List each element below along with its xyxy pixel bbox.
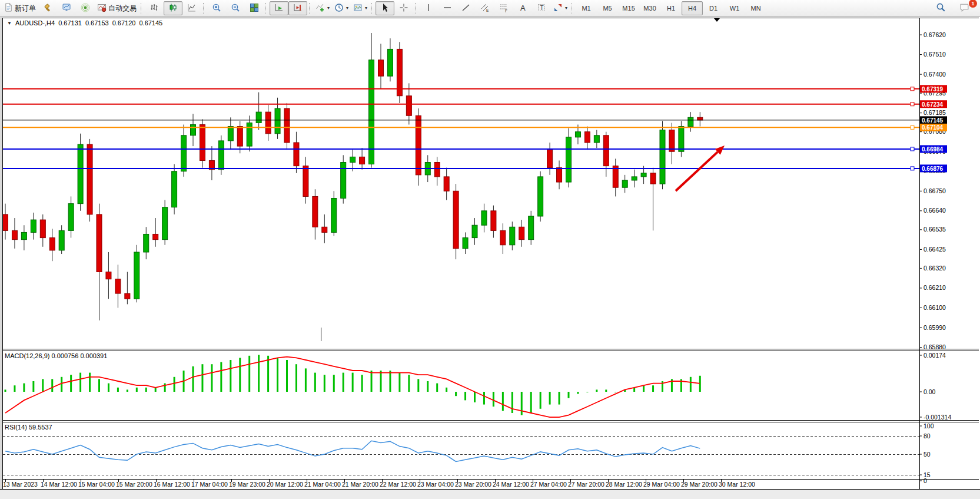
bar-chart-icon xyxy=(150,3,159,14)
monitor-icon xyxy=(62,3,71,14)
chat-bubble-icon xyxy=(959,2,969,14)
equidistant-channel-button[interactable]: E xyxy=(476,1,494,15)
line-chart-button[interactable] xyxy=(182,1,201,15)
fibonacci-icon: F xyxy=(499,3,509,14)
svg-text:F: F xyxy=(505,8,507,12)
svg-text:A: A xyxy=(520,4,526,12)
crosshair-button[interactable] xyxy=(394,1,413,15)
gavel-button[interactable] xyxy=(38,1,57,15)
timeframe-button-m15[interactable]: M15 xyxy=(618,1,639,15)
window-left-edge xyxy=(0,16,2,490)
arrows-button[interactable]: ▾ xyxy=(551,1,570,15)
chart-plot-area[interactable] xyxy=(2,18,919,479)
low-value: 0.67120 xyxy=(112,19,136,27)
clock-icon xyxy=(334,3,344,14)
chart-canvas[interactable]: 0.676200.675100.674000.672950.671850.670… xyxy=(0,0,980,499)
trading-terminal-window: 新订单 自动交易 xyxy=(0,0,980,499)
candlestick-icon xyxy=(168,3,178,14)
search-button[interactable] xyxy=(931,1,950,15)
tile-windows-button[interactable] xyxy=(245,1,264,15)
gavel-icon xyxy=(43,3,52,14)
zoom-in-button[interactable] xyxy=(207,1,226,15)
zoom-out-button[interactable] xyxy=(226,1,245,15)
toolbar-grip xyxy=(141,3,143,14)
auto-trading-button[interactable]: 自动交易 xyxy=(95,1,139,15)
vertical-line-button[interactable] xyxy=(419,1,438,15)
high-value: 0.67153 xyxy=(85,19,109,27)
notifications-button[interactable]: 1 xyxy=(955,1,974,15)
symbol-period-label: AUDUSD-,H4 xyxy=(15,19,55,27)
toolbar-grip xyxy=(309,3,311,14)
bar-chart-button[interactable] xyxy=(145,1,164,15)
new-order-label: 新订单 xyxy=(15,4,36,14)
crosshair-icon xyxy=(399,3,408,14)
timeframe-button-d1[interactable]: D1 xyxy=(703,1,724,15)
dropdown-caret-icon: ▾ xyxy=(565,6,567,11)
horizontal-line-icon xyxy=(443,3,452,14)
rsi-indicator-label: RSI(14) 59.5537 xyxy=(5,424,52,431)
timeframe-button-h4[interactable]: H4 xyxy=(682,1,703,15)
notification-badge: 1 xyxy=(968,0,978,8)
chart-ohlc-header: ▼ AUDUSD-,H4 0.67131 0.67153 0.67120 0.6… xyxy=(7,19,162,27)
timeframe-button-m5[interactable]: M5 xyxy=(597,1,618,15)
chevron-down-icon: ▼ xyxy=(7,21,12,26)
timeframe-button-m1[interactable]: M1 xyxy=(576,1,597,15)
main-toolbar: 新订单 自动交易 xyxy=(0,0,980,17)
toolbar-grip xyxy=(572,3,574,14)
new-order-icon xyxy=(4,3,13,14)
arrows-icon xyxy=(553,3,563,14)
trendline-icon xyxy=(461,3,471,14)
open-value: 0.67131 xyxy=(58,19,82,27)
vertical-line-icon xyxy=(424,3,433,14)
window-bottom-edge xyxy=(0,490,980,499)
indicators-button[interactable]: ▾ xyxy=(313,1,332,15)
svg-text:E: E xyxy=(486,8,489,12)
price-axis[interactable] xyxy=(920,18,979,489)
trendline-button[interactable] xyxy=(457,1,476,15)
timeframe-group: M1M5M15M30H1H4D1W1MN xyxy=(576,1,766,15)
toolbar-grip xyxy=(203,3,205,14)
add-indicator-icon xyxy=(315,3,325,14)
auto-scroll-icon xyxy=(274,3,284,14)
timeframe-button-m30[interactable]: M30 xyxy=(639,1,660,15)
new-order-button[interactable]: 新订单 xyxy=(2,1,38,15)
timeframe-button-w1[interactable]: W1 xyxy=(724,1,745,15)
close-value: 0.67145 xyxy=(139,19,162,27)
auto-scroll-button[interactable] xyxy=(270,1,288,15)
chart-shift-icon xyxy=(293,3,303,14)
cursor-icon xyxy=(380,3,390,14)
timeframe-button-h1[interactable]: H1 xyxy=(660,1,682,15)
text-label-icon: T xyxy=(537,3,546,14)
time-axis[interactable] xyxy=(2,480,919,489)
charts-window-button[interactable] xyxy=(57,1,76,15)
auto-trading-label: 自动交易 xyxy=(108,4,137,14)
text-button[interactable]: A xyxy=(513,1,532,15)
auto-trading-icon xyxy=(97,3,107,14)
signal-button[interactable] xyxy=(76,1,95,15)
line-chart-icon xyxy=(187,3,197,14)
broadcast-icon xyxy=(81,3,90,14)
text-icon: A xyxy=(518,3,527,14)
toolbar-grip xyxy=(371,3,374,14)
candlestick-chart-button[interactable] xyxy=(164,1,182,15)
cursor-button[interactable] xyxy=(376,1,394,15)
toolbar-grip xyxy=(265,3,268,14)
fibonacci-button[interactable]: F xyxy=(494,1,513,15)
toolbar-right: 1 xyxy=(931,1,978,15)
channel-icon: E xyxy=(480,3,490,14)
chart-shift-button[interactable] xyxy=(288,1,307,15)
dropdown-caret-icon: ▾ xyxy=(346,6,348,11)
template-image-icon xyxy=(353,3,363,14)
svg-text:T: T xyxy=(540,5,544,11)
timeframe-button-mn[interactable]: MN xyxy=(745,1,766,15)
horizontal-line-button[interactable] xyxy=(438,1,457,15)
search-icon xyxy=(936,2,946,14)
toolbar-grip xyxy=(415,3,417,14)
dropdown-caret-icon: ▾ xyxy=(327,6,330,11)
templates-button[interactable]: ▾ xyxy=(351,1,370,15)
periods-button[interactable]: ▾ xyxy=(332,1,351,15)
text-label-button[interactable]: T xyxy=(532,1,551,15)
tile-windows-icon xyxy=(250,3,259,14)
dropdown-caret-icon: ▾ xyxy=(365,6,367,11)
zoom-in-icon xyxy=(212,3,221,14)
